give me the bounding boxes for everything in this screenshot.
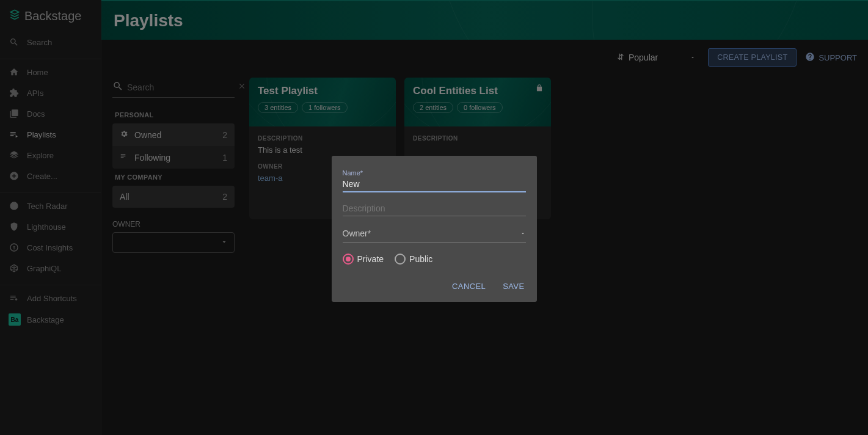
description-input[interactable] — [343, 202, 526, 216]
modal-overlay[interactable]: Name* Owner* Private Public CANCEL SAVE — [0, 0, 868, 435]
owner-select[interactable]: Owner* — [343, 226, 526, 243]
name-label: Name* — [343, 169, 526, 177]
create-playlist-dialog: Name* Owner* Private Public CANCEL SAVE — [332, 156, 537, 302]
cancel-button[interactable]: CANCEL — [451, 278, 487, 294]
radio-private[interactable]: Private — [343, 254, 384, 265]
radio-label: Private — [357, 254, 384, 264]
radio-public[interactable]: Public — [395, 254, 432, 265]
chevron-down-icon — [520, 228, 526, 238]
name-input[interactable] — [343, 178, 526, 192]
radio-label: Public — [409, 254, 432, 264]
owner-select-label: Owner* — [343, 228, 371, 238]
save-button[interactable]: SAVE — [501, 278, 525, 294]
radio-icon — [395, 254, 406, 265]
radio-icon — [343, 254, 354, 265]
